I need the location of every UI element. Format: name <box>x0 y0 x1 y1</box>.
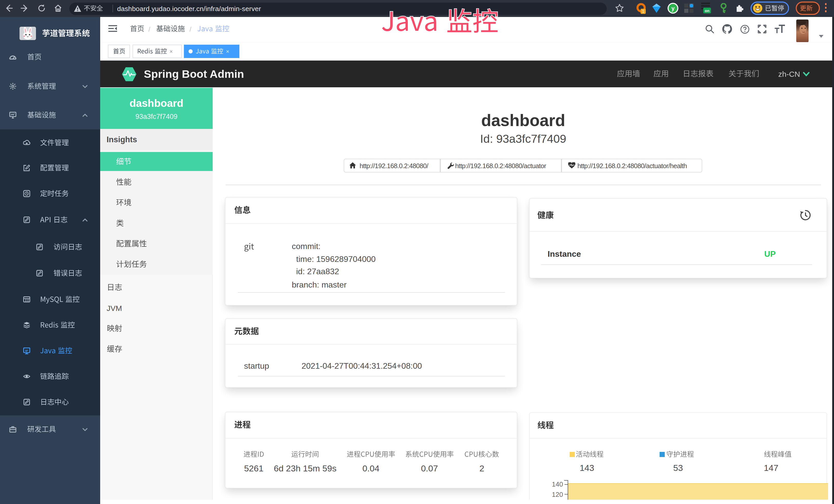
svg-text:y: y <box>672 5 675 12</box>
svg-text:on: on <box>705 8 709 13</box>
svg-text:1: 1 <box>642 9 644 14</box>
